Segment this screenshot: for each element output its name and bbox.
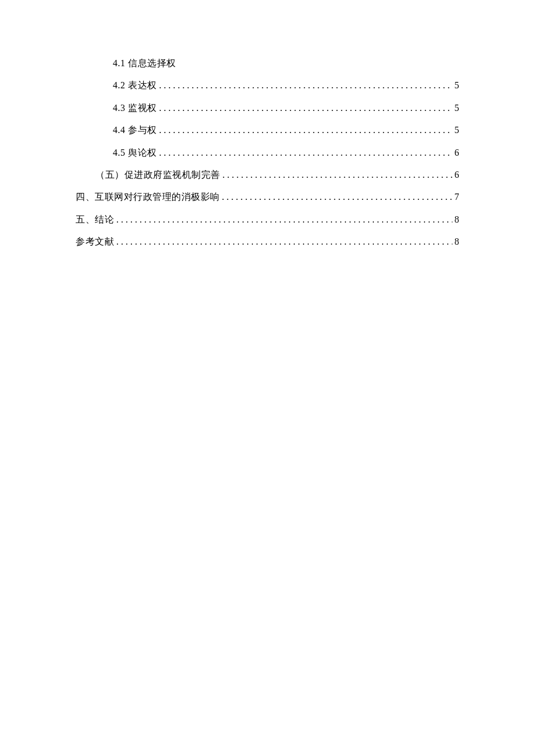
toc-entry-label: （五）促进政府监视机制完善 [95,164,220,186]
toc-dot-leader [159,74,452,96]
document-page: 4.1 信息选择权4.2 表达权54.3 监视权54.4 参与权54.5 舆论权… [0,0,535,756]
toc-dot-leader [159,97,452,119]
toc-entry-page: 8 [455,209,460,231]
toc-dot-leader [116,209,452,231]
toc-entry: 4.5 舆论权6 [76,142,459,164]
toc-entry-label: 参考文献 [76,231,114,253]
toc-entry-page: 6 [455,142,460,164]
toc-entry-page: 6 [455,164,460,186]
toc-dot-leader [116,231,452,253]
toc-entry-page: 7 [455,186,460,208]
toc-dot-leader [159,119,452,141]
toc-entry-label: 4.4 参与权 [113,119,157,141]
table-of-contents: 4.1 信息选择权4.2 表达权54.3 监视权54.4 参与权54.5 舆论权… [76,52,459,253]
toc-entry-label: 四、互联网对行政管理的消极影响 [76,186,220,208]
toc-entry-label: 五、结论 [76,209,114,231]
toc-dot-leader [223,164,452,186]
toc-entry: 4.3 监视权5 [76,97,459,119]
toc-entry-page: 5 [455,119,460,141]
toc-entry: 4.2 表达权5 [76,74,459,96]
toc-entry: （五）促进政府监视机制完善6 [76,164,459,186]
toc-entry: 4.1 信息选择权 [76,52,459,74]
toc-entry-label: 4.2 表达权 [113,74,157,96]
toc-entry-label: 4.1 信息选择权 [113,52,176,74]
toc-entry: 四、互联网对行政管理的消极影响7 [76,186,459,208]
toc-entry-label: 4.5 舆论权 [113,142,157,164]
toc-entry-page: 5 [455,97,460,119]
toc-entry-page: 5 [455,74,460,96]
toc-dot-leader [159,142,452,164]
toc-entry: 五、结论8 [76,209,459,231]
toc-entry-label: 4.3 监视权 [113,97,157,119]
toc-entry-page: 8 [455,231,460,253]
toc-entry: 4.4 参与权5 [76,119,459,141]
toc-dot-leader [222,186,452,208]
toc-entry: 参考文献8 [76,231,459,253]
